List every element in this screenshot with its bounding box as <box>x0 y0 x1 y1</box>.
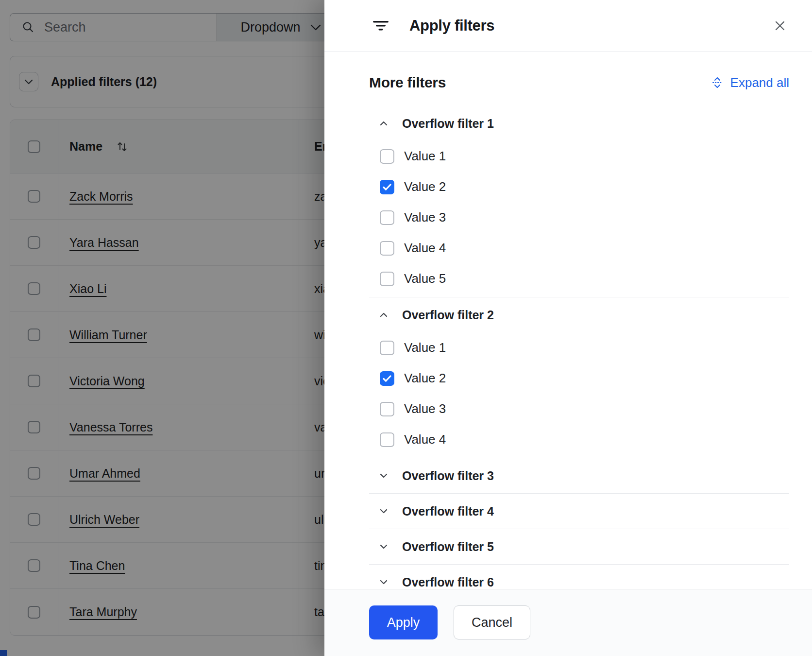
filter-section-label: Overflow filter 5 <box>402 540 494 554</box>
checkbox-unchecked[interactable] <box>380 341 394 355</box>
filter-section: Overflow filter 4 <box>369 494 789 529</box>
filter-icon <box>372 19 389 32</box>
filter-section-header[interactable]: Overflow filter 4 <box>369 494 789 529</box>
chevron-down-icon <box>380 473 388 478</box>
filter-sections-list: Overflow filter 1Value 1Value 2Value 3Va… <box>369 106 789 589</box>
filter-section-label: Overflow filter 4 <box>402 504 494 518</box>
filter-value-row: Value 4 <box>369 424 789 455</box>
checkbox-unchecked[interactable] <box>380 272 394 286</box>
drawer-body: More filters Expand all Overflow filter … <box>324 52 812 589</box>
apply-button[interactable]: Apply <box>369 605 438 639</box>
filter-value-label: Value 4 <box>404 241 446 256</box>
more-filters-heading: More filters <box>369 74 446 91</box>
drawer-header: Apply filters <box>324 0 812 52</box>
filter-value-label: Value 2 <box>404 371 446 386</box>
filter-value-label: Value 4 <box>404 432 446 447</box>
filter-section-label: Overflow filter 6 <box>402 575 494 589</box>
checkbox-checked[interactable] <box>380 371 394 386</box>
expand-all-label: Expand all <box>730 75 789 90</box>
filter-section: Overflow filter 3 <box>369 458 789 494</box>
filter-value-label: Value 2 <box>404 179 446 194</box>
filter-value-row: Value 1 <box>369 332 789 363</box>
chevron-down-icon <box>380 544 388 549</box>
drawer-footer: Apply Cancel <box>324 589 812 656</box>
cancel-button[interactable]: Cancel <box>454 605 530 639</box>
filter-value-row: Value 3 <box>369 202 789 233</box>
chevron-down-icon <box>380 509 388 514</box>
checkbox-unchecked[interactable] <box>380 149 394 164</box>
filter-section-header[interactable]: Overflow filter 3 <box>369 458 789 493</box>
more-filters-row: More filters Expand all <box>369 72 789 93</box>
checkbox-unchecked[interactable] <box>380 241 394 256</box>
close-icon <box>773 19 787 33</box>
filter-section-header[interactable]: Overflow filter 2 <box>369 297 789 332</box>
chevron-up-icon <box>380 121 388 126</box>
filter-section-header[interactable]: Overflow filter 5 <box>369 529 789 564</box>
filter-section-header[interactable]: Overflow filter 1 <box>369 106 789 141</box>
filter-value-row: Value 2 <box>369 363 789 394</box>
apply-filters-drawer: Apply filters More filters Expand all Ov… <box>324 0 812 656</box>
checkbox-unchecked[interactable] <box>380 210 394 225</box>
checkbox-unchecked[interactable] <box>380 432 394 447</box>
filter-section: Overflow filter 2Value 1Value 2Value 3Va… <box>369 297 789 458</box>
chevron-down-icon <box>380 580 388 585</box>
screen: Search Dropdown Applied filters (12) <box>0 0 812 656</box>
filter-section: Overflow filter 5 <box>369 529 789 565</box>
filter-value-row: Value 3 <box>369 394 789 424</box>
filter-value-label: Value 3 <box>404 401 446 416</box>
filter-section-header[interactable]: Overflow filter 6 <box>369 565 789 589</box>
close-button[interactable] <box>773 19 787 33</box>
filter-value-label: Value 1 <box>404 149 446 164</box>
filter-value-label: Value 3 <box>404 210 446 225</box>
filter-section-label: Overflow filter 1 <box>402 117 494 131</box>
filter-section-label: Overflow filter 2 <box>402 308 494 322</box>
modal-scrim[interactable] <box>0 0 324 656</box>
filter-value-label: Value 5 <box>404 271 446 286</box>
filter-value-row: Value 5 <box>369 263 789 294</box>
filter-value-label: Value 1 <box>404 340 446 355</box>
filter-section: Overflow filter 1Value 1Value 2Value 3Va… <box>369 106 789 297</box>
chevron-up-icon <box>380 312 388 317</box>
filter-value-row: Value 1 <box>369 141 789 172</box>
filter-section-label: Overflow filter 3 <box>402 469 494 483</box>
expand-all-button[interactable]: Expand all <box>712 75 789 90</box>
expand-all-icon <box>712 77 723 88</box>
filter-value-row: Value 4 <box>369 233 789 263</box>
filter-section: Overflow filter 6 <box>369 565 789 589</box>
drawer-title: Apply filters <box>409 17 494 35</box>
filter-value-row: Value 2 <box>369 172 789 202</box>
checkbox-checked[interactable] <box>380 180 394 194</box>
checkbox-unchecked[interactable] <box>380 402 394 416</box>
